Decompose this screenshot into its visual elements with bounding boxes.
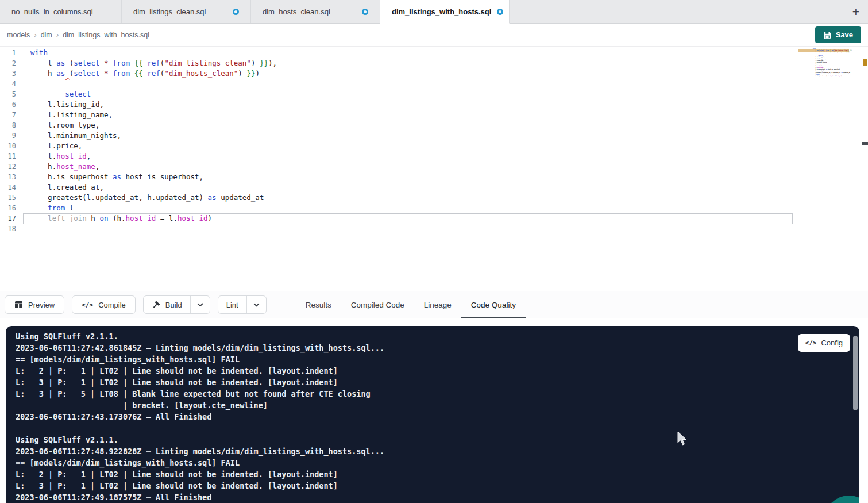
result-tab[interactable]: Code Quality — [461, 291, 526, 318]
code-line[interactable]: 4 — [0, 79, 868, 89]
code-text: select — [30, 89, 91, 99]
code-text: greatest(l.updated_at, h.updated_at) as … — [30, 193, 264, 203]
code-text: h as (select * from {{ ref("dim_hosts_cl… — [813, 51, 850, 52]
code-line[interactable]: 5 select — [0, 89, 868, 99]
code-line[interactable]: 14 l.created_at, — [0, 182, 868, 193]
code-text: l.host_id, — [813, 65, 823, 66]
line-number: 5 — [0, 89, 16, 99]
line-number: 15 — [0, 193, 16, 203]
terminal: Using SQLFluff v2.1.1. 2023-06-06T11:27:… — [6, 326, 859, 503]
chevron-down-icon — [253, 303, 260, 307]
code-line[interactable]: 6 l.listing_id, — [0, 99, 868, 110]
line-number: 4 — [0, 79, 16, 89]
file-tab[interactable]: dim_listings_clean.sql — [122, 0, 251, 23]
line-number: 6 — [0, 99, 16, 110]
code-line[interactable]: 12 h.host_name, — [0, 162, 868, 172]
code-text: left join h on (h.host_id = l.host_id) — [30, 213, 212, 224]
editor-lines: 1with2 l as (select * from {{ ref("dim_l… — [0, 47, 868, 234]
result-tab[interactable]: Compiled Code — [341, 291, 414, 318]
build-dropdown-button[interactable] — [190, 296, 210, 313]
code-text: l.room_type, — [813, 60, 824, 61]
line-number: 7 — [0, 110, 16, 120]
code-brackets-icon: </> — [82, 301, 93, 309]
result-tab[interactable]: Lineage — [414, 291, 461, 318]
unsaved-dot-icon — [497, 9, 503, 15]
breadcrumb-segment: dim — [41, 31, 52, 39]
line-number: 18 — [0, 224, 16, 234]
editor-right-divider — [855, 47, 855, 291]
code-line[interactable]: 2 l as (select * from {{ ref("dim_listin… — [0, 58, 868, 68]
ide-window: no_nulls_in_columns.sqldim_listings_clea… — [0, 0, 868, 503]
line-number: 10 — [0, 141, 16, 151]
file-tab[interactable]: no_nulls_in_columns.sql — [0, 0, 122, 23]
code-line[interactable]: 8 l.room_type, — [0, 120, 868, 130]
table-icon — [14, 301, 23, 309]
line-number: 17 — [0, 213, 16, 224]
terminal-scrollbar-thumb[interactable] — [853, 336, 858, 410]
save-button[interactable]: Save — [815, 26, 861, 43]
code-line[interactable]: 10 l.price, — [0, 141, 868, 151]
overview-ruler-cursor-marker — [862, 142, 868, 145]
code-line[interactable]: 17 left join h on (h.host_id = l.host_id… — [0, 213, 868, 224]
code-text: l.price, — [30, 141, 82, 151]
code-text: l.price, — [813, 63, 821, 64]
code-text: l.created_at, — [813, 70, 824, 71]
breadcrumb-segment: models — [7, 31, 30, 39]
code-text: left join h on (h.host_id = l.host_id) — [813, 75, 842, 76]
code-line[interactable]: 7 l.listing_name, — [0, 110, 868, 120]
code-text: l as (select * from {{ ref("dim_listings… — [30, 58, 277, 68]
code-editor[interactable]: 1with2 l as (select * from {{ ref("dim_l… — [0, 47, 868, 291]
new-tab-button[interactable]: + — [847, 3, 865, 20]
code-text: with — [30, 48, 48, 58]
code-text: l.room_type, — [30, 120, 99, 130]
compile-button[interactable]: </> Compile — [72, 295, 136, 314]
config-button[interactable]: </> Config — [798, 334, 850, 352]
chevron-down-icon — [197, 303, 203, 307]
config-label: Config — [821, 339, 843, 347]
code-line[interactable]: 1with — [0, 48, 868, 58]
line-number: 8 — [0, 120, 16, 130]
file-tab-label: no_nulls_in_columns.sql — [11, 7, 93, 16]
code-text: from l — [813, 74, 820, 75]
code-text: h.host_name, — [30, 162, 99, 172]
file-tab[interactable]: dim_hosts_clean.sql — [251, 0, 380, 23]
overview-ruler-warning-marker — [863, 59, 867, 66]
code-text: l.listing_name, — [813, 58, 826, 59]
build-button[interactable]: Build — [144, 296, 190, 313]
code-line[interactable]: 3 h as (select * from {{ ref("dim_hosts_… — [0, 68, 868, 79]
preview-label: Preview — [28, 301, 55, 309]
file-tab-label: dim_listings_with_hosts.sql — [392, 7, 491, 16]
minimap[interactable]: with l as (select * from {{ ref("dim_lis… — [798, 48, 849, 79]
code-text: from l — [30, 203, 74, 213]
lint-button[interactable]: Lint — [218, 296, 246, 313]
code-text: h as (select * from {{ ref("dim_hosts_cl… — [30, 68, 260, 79]
code-line[interactable]: 13 h.is_superhost as host_is_superhost, — [0, 172, 868, 182]
code-text: l.listing_name, — [30, 110, 113, 120]
code-line[interactable]: 15 greatest(l.updated_at, h.updated_at) … — [0, 193, 868, 203]
code-line[interactable]: 9 l.minimum_nights, — [0, 130, 868, 141]
save-button-label: Save — [836, 30, 853, 39]
hammer-icon — [152, 301, 160, 309]
line-number: 11 — [0, 151, 16, 162]
build-split-button: Build — [143, 295, 210, 314]
code-line[interactable]: 18 — [0, 224, 868, 234]
file-header-row: models›dim›dim_listings_with_hosts.sql S… — [0, 24, 868, 47]
breadcrumb-segment: dim_listings_with_hosts.sql — [63, 31, 149, 39]
line-number: 13 — [0, 172, 16, 182]
action-toolbar: Preview </> Compile Build — [0, 291, 868, 318]
lint-dropdown-button[interactable] — [246, 296, 266, 313]
file-tab[interactable]: dim_listings_with_hosts.sql — [380, 0, 510, 24]
result-tab-bar: ResultsCompiled CodeLineageCode Quality — [296, 291, 526, 318]
code-text: l.minimum_nights, — [813, 62, 827, 63]
file-tab-bar: no_nulls_in_columns.sqldim_listings_clea… — [0, 0, 868, 24]
result-tab[interactable]: Results — [296, 291, 341, 318]
lint-label: Lint — [226, 301, 238, 309]
code-text: l as (select * from {{ ref("dim_listings… — [813, 49, 852, 51]
preview-button[interactable]: Preview — [5, 295, 64, 314]
code-line[interactable]: 16 from l — [0, 203, 868, 213]
line-number: 3 — [0, 68, 16, 79]
code-text: l.created_at, — [30, 182, 104, 193]
file-tab-label: dim_hosts_clean.sql — [263, 7, 330, 16]
code-line[interactable]: 11 l.host_id, — [0, 151, 868, 162]
breadcrumb: models›dim›dim_listings_with_hosts.sql — [7, 30, 149, 39]
